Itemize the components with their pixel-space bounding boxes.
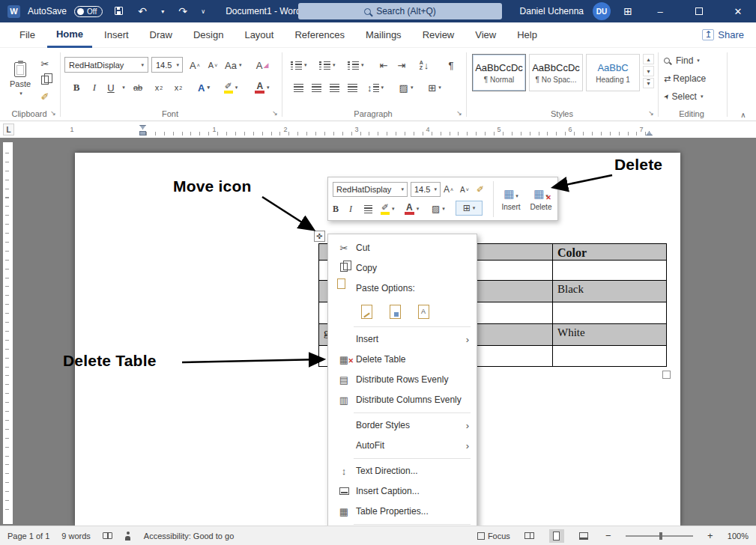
web-layout-button[interactable] (576, 529, 591, 543)
maximize-button[interactable] (684, 0, 714, 22)
replace-button[interactable]: ⇄ Replace (664, 73, 706, 84)
menu-item-autofit[interactable]: AutoFit › (328, 436, 477, 456)
select-button[interactable]: ➤ Select ▾ (664, 91, 703, 102)
tab-mailings[interactable]: Mailings (357, 23, 411, 46)
borders-button[interactable]: ⊞▾ (427, 79, 442, 96)
align-left-button[interactable] (291, 79, 306, 96)
tab-layout[interactable]: Layout (235, 23, 282, 46)
style-normal[interactable]: AaBbCcDc ¶ Normal (472, 54, 526, 91)
tab-references[interactable]: References (285, 23, 353, 46)
mini-italic-button[interactable]: I (349, 201, 352, 216)
justify-button[interactable] (345, 79, 360, 96)
subscript-button[interactable]: x2 (151, 79, 166, 96)
zoom-out-button[interactable]: − (603, 530, 614, 541)
share-button[interactable]: ↥ Share (702, 29, 744, 40)
tab-file[interactable]: File (10, 23, 44, 46)
tab-design[interactable]: Design (184, 23, 232, 46)
styles-scroll-up-icon[interactable]: ▴ (643, 54, 654, 64)
undo-icon[interactable]: ↶ (134, 5, 151, 17)
redo-icon[interactable]: ↷ (175, 5, 191, 17)
accessibility-status[interactable]: Accessibility: Good to go (144, 532, 234, 541)
word-logo-icon[interactable]: W (7, 5, 20, 18)
zoom-slider[interactable] (626, 535, 693, 537)
menu-item-table-properties[interactable]: ▦ Table Properties... (328, 502, 477, 522)
decrease-indent-button[interactable]: ⇤ (376, 57, 391, 73)
mini-highlight-button[interactable]: ✐▾ (381, 201, 395, 216)
tab-draw[interactable]: Draw (141, 23, 181, 46)
menu-item-distribute-rows[interactable]: ▤ Distribute Rows Evenly (328, 370, 477, 390)
underline-dropdown-icon[interactable]: ▾ (115, 79, 130, 96)
table-cell[interactable]: White (553, 324, 667, 346)
collapse-ribbon-icon[interactable]: ∧ (736, 106, 751, 123)
vertical-ruler[interactable] (3, 142, 13, 524)
menu-item-delete-table[interactable]: ▦✕ Delete Table (328, 350, 477, 370)
mini-borders-button[interactable]: ⊞▾ (456, 201, 483, 216)
word-count[interactable]: 9 words (61, 532, 91, 541)
numbering-button[interactable]: ▾ (319, 57, 336, 73)
tab-help[interactable]: Help (508, 23, 546, 46)
table-cell[interactable]: Black (553, 281, 667, 302)
user-name[interactable]: Daniel Uchenna (520, 6, 584, 16)
clear-formatting-button[interactable]: A◢ (255, 57, 270, 73)
menu-item-cut[interactable]: ✂ Cut (328, 238, 477, 258)
mini-shrink-font-button[interactable]: A˅ (460, 182, 469, 197)
paste-button[interactable]: Paste ▾ (6, 52, 34, 106)
paragraph-dialog-launcher-icon[interactable]: ↘ (454, 108, 465, 118)
line-spacing-button[interactable]: ↕▾ (367, 79, 384, 96)
autosave-toggle[interactable]: Off (74, 6, 103, 17)
mini-grow-font-button[interactable]: A˄ (444, 182, 453, 197)
menu-item-insert-caption[interactable]: Insert Caption... (328, 481, 477, 502)
read-mode-button[interactable] (522, 529, 537, 543)
tab-home[interactable]: Home (47, 22, 92, 48)
styles-scroll-down-icon[interactable]: ▾ (643, 66, 654, 76)
mini-format-painter-button[interactable]: ✐ (477, 182, 484, 197)
focus-button[interactable]: Focus (477, 532, 510, 541)
shrink-font-button[interactable]: A˅ (205, 57, 220, 73)
table-header-cell[interactable]: Color (553, 244, 667, 261)
sort-button[interactable]: AZ↓ (417, 57, 432, 73)
bold-button[interactable]: B (69, 79, 84, 96)
user-avatar[interactable]: DU (593, 2, 611, 20)
right-indent-marker[interactable] (646, 131, 653, 136)
show-paragraph-marks-button[interactable]: ¶ (444, 57, 459, 73)
styles-dialog-launcher-icon[interactable]: ↘ (646, 108, 656, 118)
mini-bold-button[interactable]: B (333, 201, 339, 216)
menu-item-border-styles[interactable]: Border Styles › (328, 415, 477, 436)
accessibility-icon[interactable] (124, 532, 132, 541)
font-color-button[interactable]: A▾ (255, 79, 270, 96)
zoom-level[interactable]: 100% (728, 532, 749, 541)
tab-stop-selector[interactable]: L (3, 124, 14, 136)
format-painter-button[interactable]: ✐ (37, 88, 52, 105)
italic-button[interactable]: I (87, 79, 102, 96)
mini-font-size-combo[interactable]: 14.5 ▾ (411, 182, 441, 197)
tab-insert[interactable]: Insert (95, 23, 138, 46)
paste-keep-source-formatting-button[interactable] (357, 302, 376, 321)
zoom-slider-thumb[interactable] (659, 532, 662, 540)
styles-gallery-more-icon[interactable]: ▾ (643, 78, 654, 88)
mini-shading-button[interactable]: ▨▾ (432, 201, 445, 216)
close-button[interactable]: ✕ (723, 0, 753, 22)
table-cell[interactable] (553, 302, 667, 324)
increase-indent-button[interactable]: ⇥ (394, 57, 409, 73)
proofing-icon[interactable] (103, 532, 112, 539)
mini-insert-button[interactable]: ▦▾ Insert (496, 180, 526, 219)
grow-font-button[interactable]: A˄ (187, 57, 202, 73)
menu-item-text-direction[interactable]: ↕ Text Direction... (328, 461, 477, 481)
minimize-button[interactable]: – (645, 0, 675, 22)
first-line-indent-marker[interactable] (139, 125, 146, 130)
bullets-button[interactable]: ▾ (291, 57, 307, 73)
font-dialog-launcher-icon[interactable]: ↘ (270, 108, 280, 118)
highlight-button[interactable]: ✐▾ (223, 79, 238, 96)
page-indicator[interactable]: Page 1 of 1 (7, 532, 49, 541)
save-icon[interactable] (110, 5, 127, 17)
menu-item-insert[interactable]: Insert › (328, 329, 477, 350)
print-layout-button[interactable] (549, 529, 564, 543)
shading-button[interactable]: ▨▾ (399, 79, 414, 96)
table-cell[interactable] (553, 346, 667, 367)
tab-review[interactable]: Review (414, 23, 464, 46)
align-center-button[interactable] (309, 79, 324, 96)
superscript-button[interactable]: x2 (171, 79, 186, 96)
font-name-combo[interactable]: RedHatDisplay ▾ (64, 57, 148, 73)
align-right-button[interactable] (327, 79, 342, 96)
font-size-combo[interactable]: 14.5 ▾ (151, 57, 183, 73)
